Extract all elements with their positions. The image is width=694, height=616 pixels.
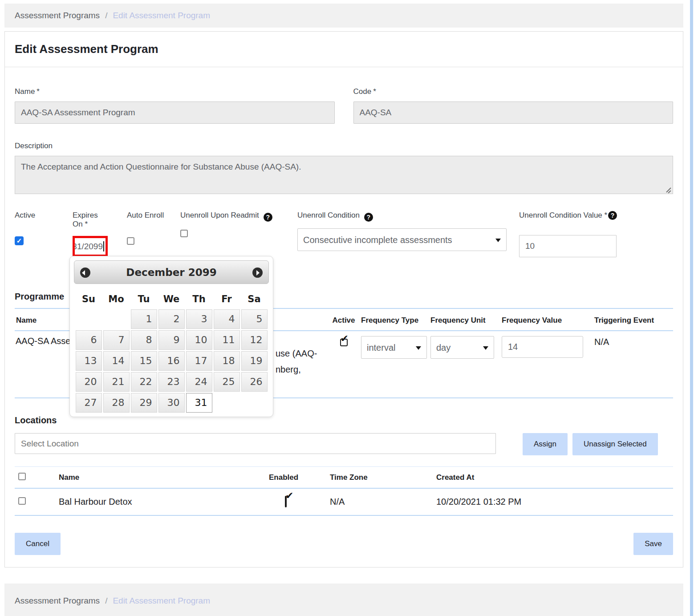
cancel-button[interactable]: Cancel: [15, 533, 61, 555]
datepicker-day-19[interactable]: 19: [241, 351, 268, 371]
save-button[interactable]: Save: [633, 533, 673, 555]
datepicker-day-3[interactable]: 3: [186, 309, 212, 329]
auto-enroll-checkbox[interactable]: [127, 237, 134, 245]
programme-frequency-unit-cell: day: [430, 336, 502, 359]
datepicker-day-13[interactable]: 13: [76, 351, 102, 371]
active-field-group: Active ✓: [15, 211, 55, 245]
datepicker-day-26[interactable]: 26: [241, 372, 268, 392]
select-location-input[interactable]: [15, 433, 496, 454]
auto-enroll-label: Auto Enroll: [127, 211, 176, 229]
unenroll-condition-value-label: Unenroll Condition Value *: [519, 211, 608, 229]
datepicker-day-10[interactable]: 10: [186, 330, 212, 350]
active-checkbox[interactable]: ✓: [15, 236, 24, 245]
datepicker-day-4[interactable]: 4: [214, 309, 240, 329]
datepicker-day-1[interactable]: 1: [131, 309, 157, 329]
checkmark-icon: ✔: [341, 334, 349, 344]
text-cursor: [103, 241, 104, 251]
programme-description-fragment: nberg,: [276, 365, 301, 375]
datepicker-day-21[interactable]: 21: [103, 372, 130, 392]
datepicker-month-title: December 2099: [126, 267, 216, 278]
frequency-value-input[interactable]: [502, 336, 583, 358]
datepicker-day-7[interactable]: 7: [103, 330, 130, 350]
datepicker-day-18[interactable]: 18: [214, 351, 240, 371]
datepicker-popup: December 2099 SuMoTuWeThFrSa 12345678910…: [69, 256, 273, 417]
datepicker-next-icon[interactable]: [252, 267, 263, 278]
page: Assessment Programs / Edit Assessment Pr…: [4, 0, 683, 616]
select-all-checkbox[interactable]: [18, 473, 26, 480]
unenroll-upon-readmit-checkbox[interactable]: [180, 230, 188, 237]
form-body: Name* Code* Description The Acceptance a…: [5, 67, 683, 567]
help-icon[interactable]: ?: [364, 213, 373, 222]
location-enabled-checkbox[interactable]: ✔: [285, 496, 287, 507]
name-input[interactable]: [15, 101, 335, 124]
col-time-zone: Time Zone: [330, 473, 436, 482]
datepicker-day-14[interactable]: 14: [103, 351, 130, 371]
datepicker-day-17[interactable]: 17: [186, 351, 212, 371]
row-checkbox[interactable]: [18, 497, 26, 505]
datepicker-day-15[interactable]: 15: [131, 351, 157, 371]
code-field-group: Code*: [353, 87, 674, 124]
help-icon[interactable]: ?: [608, 211, 617, 220]
unenroll-condition-label: Unenroll Condition: [297, 211, 360, 219]
unenroll-condition-value-input[interactable]: [519, 235, 617, 257]
active-label: Active: [15, 211, 55, 229]
checkmark-icon: ✓: [16, 237, 22, 245]
breadcrumb-parent-link[interactable]: Assessment Programs: [15, 596, 100, 606]
datepicker-day-2[interactable]: 2: [158, 309, 185, 329]
datepicker-day-16[interactable]: 16: [158, 351, 185, 371]
checkmark-icon: ✔: [285, 491, 293, 501]
datepicker-dayname: Su: [76, 290, 102, 308]
expires-on-field-group: Expires On * 12/31/2099 December 2099 Su…: [73, 211, 111, 257]
frequency-type-select[interactable]: interval: [361, 336, 427, 359]
programme-frequency-value-cell: [502, 336, 592, 358]
col-frequency-unit: Frequency Unit: [430, 316, 502, 325]
datepicker-header: December 2099: [74, 260, 269, 284]
code-input[interactable]: [353, 101, 674, 124]
breadcrumb-parent-link[interactable]: Assessment Programs: [15, 11, 100, 20]
unassign-selected-button[interactable]: Unassign Selected: [572, 433, 658, 455]
datepicker-days-grid: 1234567891011121314151617181920212223242…: [74, 309, 269, 413]
datepicker-day-6[interactable]: 6: [76, 330, 102, 350]
datepicker-day-22[interactable]: 22: [131, 372, 157, 392]
programme-description-fragment: use (AAQ-: [276, 349, 317, 359]
datepicker-day-11[interactable]: 11: [214, 330, 240, 350]
datepicker-day-24[interactable]: 24: [186, 372, 212, 392]
unenroll-condition-select-wrap: Consecutive incomplete assessments: [297, 228, 507, 251]
datepicker-day-12[interactable]: 12: [241, 330, 268, 350]
programme-frequency-type-cell: interval: [361, 336, 430, 359]
col-frequency-value: Frequency Value: [502, 316, 592, 325]
programme-active-cell: ✔: [326, 336, 361, 346]
datepicker-day-30[interactable]: 30: [158, 393, 185, 413]
form-actions: Cancel Save: [15, 533, 673, 555]
datepicker-day-9[interactable]: 9: [158, 330, 185, 350]
expires-on-input[interactable]: 12/31/2099: [75, 238, 106, 255]
datepicker-prev-icon[interactable]: [80, 267, 90, 278]
datepicker-daynames-row: SuMoTuWeThFrSa: [74, 290, 269, 308]
page-scrollbar[interactable]: [690, 0, 693, 616]
datepicker-day-29[interactable]: 29: [131, 393, 157, 413]
col-name: Name: [59, 473, 269, 482]
col-frequency-type: Frequency Type: [361, 316, 430, 325]
frequency-unit-select[interactable]: day: [430, 336, 494, 359]
help-icon[interactable]: ?: [264, 213, 272, 222]
datepicker-day-23[interactable]: 23: [158, 372, 185, 392]
programme-active-checkbox[interactable]: ✔: [340, 339, 348, 346]
datepicker-dayname: Th: [186, 290, 212, 308]
programme-triggering-event: N/A: [592, 336, 673, 347]
description-textarea[interactable]: The Acceptance and Action Questionnaire …: [15, 156, 673, 194]
col-created-at: Created At: [436, 473, 673, 482]
datepicker-day-8[interactable]: 8: [131, 330, 157, 350]
datepicker-day-25[interactable]: 25: [214, 372, 240, 392]
locations-table-row: Bal Harbour Detox ✔ N/A 10/20/2021 01:32…: [15, 489, 673, 516]
datepicker-day-27[interactable]: 27: [76, 393, 102, 413]
datepicker-day-28[interactable]: 28: [103, 393, 130, 413]
datepicker-day-20[interactable]: 20: [76, 372, 102, 392]
datepicker-day-5[interactable]: 5: [241, 309, 268, 329]
assign-button[interactable]: Assign: [523, 433, 568, 455]
unenroll-condition-select[interactable]: Consecutive incomplete assessments: [297, 228, 507, 251]
datepicker-day-31[interactable]: 31: [186, 393, 212, 413]
datepicker-dayname: Sa: [241, 290, 268, 308]
datepicker-empty-cell: [241, 393, 268, 413]
datepicker-dayname: Fr: [214, 290, 240, 308]
name-required-star: *: [37, 87, 40, 96]
